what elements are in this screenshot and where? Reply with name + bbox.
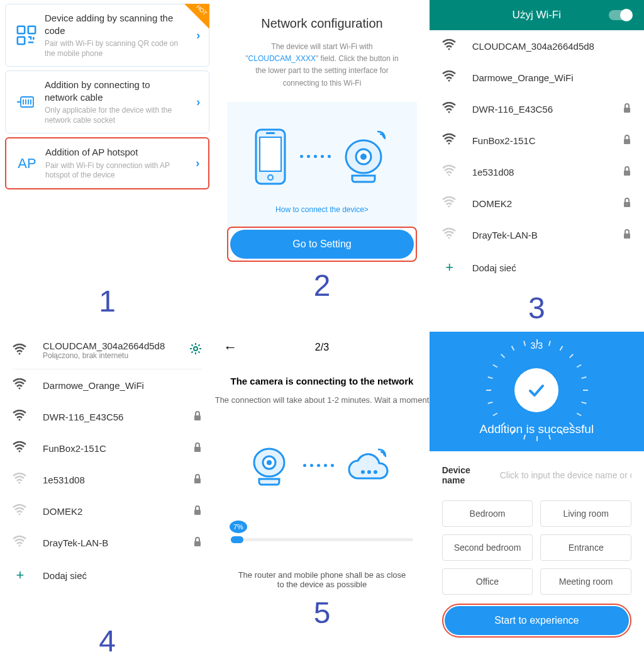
- svg-point-21: [448, 237, 450, 239]
- highlight-box: Go to Setting: [227, 227, 416, 262]
- svg-rect-20: [624, 202, 630, 207]
- wifi-network-row[interactable]: 1e531d08: [430, 156, 644, 188]
- wifi-network-row[interactable]: 1e531d08: [0, 464, 214, 495]
- svg-point-40: [367, 470, 371, 474]
- lock-icon: [193, 442, 202, 454]
- svg-rect-35: [194, 541, 201, 546]
- room-chip[interactable]: Meeting room: [540, 568, 631, 595]
- option-subtitle: Pair with Wi-Fi by connection with AP ho…: [45, 161, 180, 181]
- how-to-link[interactable]: How to connect the device>: [275, 205, 369, 214]
- connecting-title: The camera is connecting to the network: [231, 376, 414, 386]
- option-subtitle: Pair with Wi-Fi by scanning QR code on t…: [45, 39, 181, 59]
- camera-icon: [343, 130, 390, 183]
- svg-point-23: [19, 352, 21, 354]
- wifi-network-row[interactable]: Darmowe_Orange_WiFi: [430, 62, 644, 93]
- room-chip[interactable]: Entrance: [540, 534, 631, 561]
- ssid-pattern: CLOUDCAM_XXXX: [248, 54, 316, 63]
- wifi-network-row[interactable]: DrayTek-LAN-B: [430, 219, 644, 250]
- svg-rect-33: [194, 510, 201, 515]
- wifi-network-row[interactable]: Darmowe_Orange_WiFi: [0, 369, 214, 401]
- hint-text: The router and mobile phone shall be as …: [234, 570, 410, 589]
- wifi-network-row[interactable]: DOMEK2: [430, 188, 644, 219]
- device-name-input[interactable]: Click to input the device name or cho: [500, 470, 631, 480]
- step-number: 3: [430, 284, 644, 332]
- room-chip[interactable]: Bedroom: [442, 500, 533, 527]
- wifi-network-row[interactable]: FunBox2-151C: [430, 125, 644, 156]
- illustration: How to connect the device>: [227, 102, 416, 227]
- wifi-network-row[interactable]: CLOUDCAM_304a2664d5d8Połączono, brak int…: [0, 332, 214, 369]
- add-network-row[interactable]: + Dodaj sieć: [0, 558, 214, 592]
- progress-value: 7%: [230, 521, 247, 533]
- cloud-icon: [347, 447, 392, 483]
- wifi-network-row[interactable]: DOMEK2: [0, 495, 214, 527]
- wifi-network-row[interactable]: DWR-116_E43C56: [0, 401, 214, 432]
- wifi-signal-icon: [442, 228, 457, 242]
- lock-icon: [193, 505, 202, 517]
- chevron-right-icon: ›: [196, 96, 200, 109]
- lock-icon: [193, 411, 202, 423]
- svg-rect-29: [194, 447, 201, 452]
- option-title: Addition of AP hotspot: [45, 146, 180, 159]
- go-to-setting-button[interactable]: Go to Setting: [230, 230, 413, 259]
- wifi-signal-icon: [13, 441, 28, 455]
- svg-rect-2: [18, 37, 25, 44]
- room-chip[interactable]: Office: [442, 568, 533, 595]
- option-title: Device adding by scanning the code: [45, 12, 181, 37]
- wifi-signal-icon: [13, 504, 28, 518]
- lock-icon: [623, 198, 631, 210]
- wifi-network-row[interactable]: CLOUDCAM_304a2664d5d8: [430, 30, 644, 62]
- step-number: 2: [314, 262, 331, 309]
- wifi-signal-icon: [13, 473, 28, 487]
- ap-icon: AP: [18, 155, 36, 172]
- svg-point-39: [361, 470, 365, 474]
- wifi-network-row[interactable]: DWR-116_E43C56: [430, 93, 644, 125]
- wifi-network-row[interactable]: FunBox2-151C: [0, 432, 214, 464]
- plus-icon: +: [442, 259, 457, 276]
- svg-rect-31: [194, 478, 201, 483]
- svg-point-13: [448, 111, 450, 113]
- option-subtitle: Only applicable for the device with the …: [45, 106, 181, 125]
- start-experience-button[interactable]: Start to experience: [445, 606, 629, 635]
- wifi-signal-icon: [442, 165, 457, 179]
- phone-icon: [253, 127, 287, 186]
- svg-point-19: [448, 206, 450, 208]
- svg-rect-6: [266, 132, 275, 134]
- lock-icon: [623, 103, 631, 115]
- option-qr-scan[interactable]: HOT Device adding by scanning the code P…: [5, 4, 209, 67]
- lock-icon: [623, 135, 631, 147]
- lock-icon: [193, 474, 202, 486]
- svg-point-41: [374, 470, 377, 474]
- plus-icon: +: [13, 567, 28, 583]
- option-ap-hotspot[interactable]: AP Addition of AP hotspot Pair with Wi-F…: [5, 137, 209, 189]
- svg-point-26: [19, 419, 21, 421]
- svg-point-34: [19, 545, 21, 547]
- svg-rect-0: [18, 26, 25, 33]
- step-number: 5: [314, 589, 331, 636]
- svg-point-15: [448, 143, 450, 145]
- wifi-network-row[interactable]: DrayTek-LAN-B: [0, 527, 214, 558]
- svg-rect-22: [624, 234, 630, 239]
- svg-point-24: [194, 347, 197, 351]
- svg-point-17: [448, 174, 450, 176]
- wifi-toggle[interactable]: [609, 10, 631, 20]
- step-number: 6: [430, 651, 644, 664]
- svg-rect-18: [624, 171, 630, 176]
- svg-point-10: [360, 154, 367, 160]
- svg-rect-1: [28, 26, 35, 33]
- svg-rect-3: [21, 97, 33, 107]
- svg-rect-27: [194, 415, 201, 420]
- wifi-signal-icon: [442, 70, 457, 84]
- gear-icon[interactable]: [189, 342, 202, 358]
- back-button[interactable]: ←: [223, 339, 237, 356]
- option-title: Addition by connecting to network cable: [45, 79, 181, 103]
- option-network-cable[interactable]: Addition by connecting to network cable …: [5, 70, 209, 133]
- room-chip[interactable]: Living room: [540, 500, 631, 527]
- room-chip[interactable]: Second bedroom: [442, 534, 533, 561]
- svg-point-25: [19, 388, 21, 390]
- add-network-row[interactable]: + Dodaj sieć: [430, 250, 644, 284]
- wifi-settings-header: Użyj Wi-Fi: [430, 0, 644, 30]
- lock-icon: [193, 537, 202, 549]
- wifi-signal-icon: [13, 344, 28, 357]
- svg-rect-5: [260, 137, 281, 171]
- device-name-label: Device name: [442, 465, 491, 485]
